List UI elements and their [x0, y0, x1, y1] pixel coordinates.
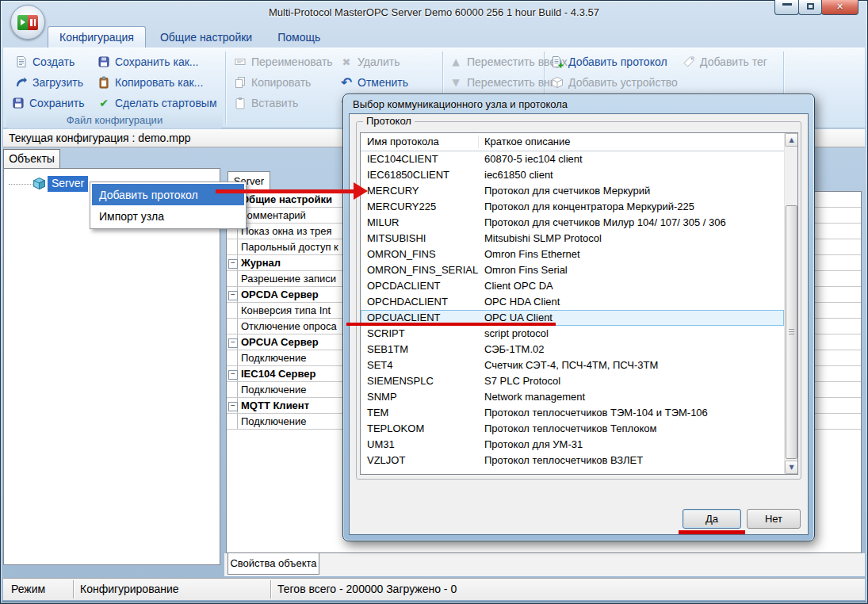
scroll-up-icon[interactable]: ▲ — [785, 133, 798, 147]
protocol-list-header[interactable]: Имя протокола Краткое описание — [361, 133, 784, 151]
window-controls: ✕ — [775, 0, 858, 15]
rename-icon — [233, 55, 247, 69]
add-protocol-button[interactable]: Добавить протокол — [550, 53, 667, 71]
create-button[interactable]: Создать — [14, 53, 75, 71]
annotation-underline-yes — [679, 530, 745, 534]
ribbon-tab[interactable]: Помощь — [266, 26, 331, 48]
scroll-down-icon[interactable]: ▼ — [785, 461, 798, 474]
column-desc: Краткое описание — [484, 133, 571, 151]
minimize-button[interactable] — [774, 0, 799, 15]
delete-cross-icon: ✖ — [339, 55, 354, 69]
protocol-row[interactable]: OMRON_FINSOmron Fins Ethernet — [361, 247, 784, 262]
rename-button[interactable]: Переименовать — [233, 53, 333, 71]
pause-icon — [28, 15, 38, 30]
check-icon: ✔ — [97, 97, 111, 110]
close-icon: ✕ — [822, 2, 858, 12]
new-document-icon — [14, 55, 29, 69]
status-mode-value: Конфигурирование — [80, 579, 179, 600]
ribbon-tab-bar: КонфигурацияОбщие настройкиПомощь — [48, 26, 335, 48]
annotation-underline-opcuaclient — [346, 323, 556, 326]
protocol-row[interactable]: MERCURYПротокол для счетчиков Меркурий — [361, 183, 784, 199]
protocol-row[interactable]: IEC61850CLIENTiec61850 client — [361, 167, 784, 183]
copy-pages-icon — [233, 76, 247, 90]
paste-button[interactable]: Вставить — [233, 94, 298, 112]
arrow-down-icon: ▼ — [449, 76, 463, 90]
protocol-row[interactable]: OPCHDACLIENTOPC HDA Client — [361, 294, 784, 310]
undo-button[interactable]: ↶Отменить — [339, 74, 408, 91]
tree-node-label: Server — [48, 176, 88, 192]
protocol-row[interactable]: SET4Счетчик СЭТ-4, ПСЧ-4ТМ, ПСЧ-3ТМ — [361, 357, 784, 373]
protocol-rows: IEC104CLIENT60870-5 iec104 clientIEC6185… — [361, 151, 797, 468]
protocol-groupbox: Протокол Имя протокола Краткое описание … — [356, 121, 801, 480]
copy-button[interactable]: Копировать — [233, 74, 311, 91]
tab-object-properties[interactable]: Свойства объекта — [228, 553, 319, 575]
maximize-icon — [807, 3, 814, 10]
tab-objects[interactable]: Объекты — [3, 149, 60, 168]
tag-icon — [682, 55, 696, 69]
window-bottom-edge — [1, 600, 867, 603]
protocol-scrollbar[interactable]: ▲ ▼ — [784, 133, 797, 474]
protocol-row[interactable]: SNMPNetwork management — [361, 389, 784, 405]
dialog-title: Выбор коммуникационного узла и протокола — [353, 98, 568, 110]
maximize-button[interactable] — [798, 0, 822, 15]
make-start-button[interactable]: ✔Сделать стартовым — [97, 94, 217, 112]
copy-as-button[interactable]: Копировать как... — [97, 74, 203, 91]
delete-button[interactable]: ✖Удалить — [339, 53, 400, 71]
play-icon — [17, 15, 28, 30]
protocol-row[interactable]: TEPLOKOMПротокол теплосчетчиков Теплоком — [361, 421, 784, 437]
protocol-row[interactable]: MITSUBISHIMitsubishi SLMP Protocol — [361, 231, 784, 247]
load-icon — [14, 76, 29, 90]
protocol-groupbox-label: Протокол — [363, 115, 415, 127]
paste-clipboard-icon — [233, 97, 247, 110]
file-group-label: Файл конфигурации — [6, 113, 223, 128]
context-menu-item[interactable]: Импорт узла — [92, 205, 244, 227]
move-down-button[interactable]: ▼Переместить вниз — [449, 74, 561, 91]
protocol-row[interactable]: OMRON_FINS_SERIALOmron Fins Serial — [361, 262, 784, 278]
column-name: Имя протокола — [367, 133, 439, 151]
clipboard-icon — [97, 76, 111, 90]
device-icon — [550, 76, 564, 90]
protocol-row[interactable]: TEMПротокол теплосчетчиков ТЭМ-104 и ТЭМ… — [361, 405, 784, 421]
undo-icon: ↶ — [339, 76, 354, 90]
app-menu-button[interactable] — [10, 5, 45, 40]
protocol-row[interactable]: SIEMENSPLCS7 PLC Protocol — [361, 373, 784, 389]
window-title: Multi-Protocol MasterOPC Server Demo 600… — [0, 6, 868, 18]
load-button[interactable]: Загрузить — [14, 74, 83, 91]
status-tags-info: Тегов всего - 200000 Загружено - 0 — [277, 579, 457, 600]
arrow-up-icon: ▲ — [449, 55, 463, 69]
save-as-icon — [97, 55, 111, 69]
bottom-tab-strip: Свойства объекта — [224, 553, 865, 576]
protocol-row[interactable]: UM31Протокол для УМ-31 — [361, 437, 784, 453]
protocol-row[interactable]: SEB1TMСЭБ-1ТМ.02 — [361, 342, 784, 357]
save-button[interactable]: Сохранить — [11, 94, 85, 112]
protocol-row[interactable]: VZLJOTПротокол теплосчетчиков ВЗЛЕТ — [361, 453, 784, 468]
save-icon — [11, 97, 25, 110]
ribbon-tab[interactable]: Конфигурация — [48, 26, 146, 48]
protocol-select-dialog: Выбор коммуникационного узла и протокола… — [342, 94, 815, 541]
status-bar: Режим Конфигурирование Тегов всего - 200… — [3, 578, 865, 600]
add-protocol-icon — [550, 55, 564, 69]
protocol-row[interactable]: SCRIPTscript protocol — [361, 326, 784, 342]
context-menu-item[interactable]: Добавить протокол — [92, 184, 244, 205]
close-button[interactable]: ✕ — [821, 0, 858, 15]
annotation-arrow-head — [354, 182, 368, 200]
protocol-row[interactable]: OPCDACLIENTClient OPC DA — [361, 278, 784, 294]
context-menu: Добавить протоколИмпорт узла — [90, 182, 247, 229]
add-device-button[interactable]: Добавить устройство — [550, 74, 678, 91]
scrollbar-thumb[interactable] — [786, 205, 797, 459]
yes-button[interactable]: Да — [683, 509, 741, 529]
tree-connector — [9, 184, 33, 185]
no-button[interactable]: Нет — [747, 509, 801, 529]
protocol-row[interactable]: IEC104CLIENT60870-5 iec104 client — [361, 151, 784, 167]
server-cube-icon — [33, 177, 46, 190]
annotation-arrow — [216, 189, 355, 193]
status-mode-label: Режим — [11, 579, 45, 600]
save-as-button[interactable]: Сохранить как... — [97, 53, 198, 71]
protocol-list: Имя протокола Краткое описание IEC104CLI… — [360, 132, 798, 475]
minimize-icon — [782, 3, 792, 6]
add-tag-button[interactable]: Добавить тег — [682, 53, 767, 71]
protocol-row[interactable]: MERCURY225Протокол для концентратора Мер… — [361, 199, 784, 215]
protocol-row[interactable]: MILURПротокол для счетчиков Милур 104/ 1… — [361, 215, 784, 231]
ribbon-tab[interactable]: Общие настройки — [149, 26, 263, 48]
